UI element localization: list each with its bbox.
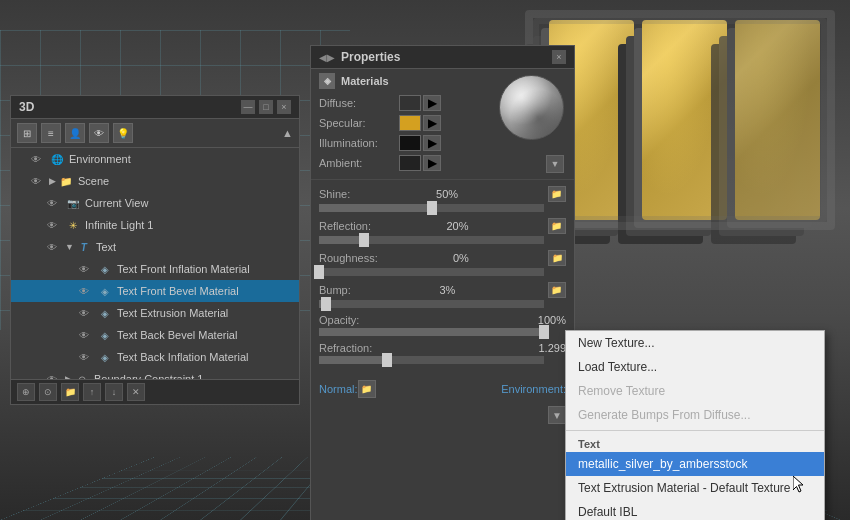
toolbar-light-btn[interactable]: 💡 — [113, 123, 133, 143]
toolbar-eye-btn[interactable]: 👁 — [89, 123, 109, 143]
panel-3d-toolbar: ⊞ ≡ 👤 👁 💡 ▲ — [11, 119, 299, 148]
3d-text-objects — [549, 20, 820, 220]
opacity-slider[interactable] — [319, 328, 544, 336]
shine-slider[interactable] — [319, 204, 544, 212]
refraction-label: Refraction: — [319, 342, 372, 354]
shine-row: Shine: 50% 📁 — [319, 186, 566, 212]
ctx-load-texture[interactable]: Load Texture... — [566, 355, 824, 379]
ctx-new-texture[interactable]: New Texture... — [566, 331, 824, 355]
ctx-text-extrusion[interactable]: Text Extrusion Material - Default Textur… — [566, 476, 824, 500]
tree-item-environment[interactable]: 👁 🌐 Environment — [11, 148, 299, 170]
shine-value: 50% — [436, 188, 458, 200]
add-btn[interactable]: ⊕ — [17, 383, 35, 401]
ctx-divider-1 — [566, 430, 824, 431]
ctx-metallic-silver[interactable]: metallic_silver_by_ambersstock — [566, 452, 824, 476]
props-scroll-btn[interactable]: ▼ — [548, 406, 566, 424]
expand-icon-text[interactable]: ▼ — [65, 242, 74, 252]
bump-value: 3% — [439, 284, 455, 296]
eye-icon-bb[interactable]: 👁 — [79, 330, 93, 341]
tree-item-front-inflation[interactable]: 👁 ◈ Text Front Inflation Material — [11, 258, 299, 280]
back-bevel-label: Text Back Bevel Material — [117, 329, 237, 341]
diffuse-swatch[interactable] — [399, 95, 421, 111]
eye-icon-fb[interactable]: 👁 — [79, 286, 93, 297]
specular-swatch[interactable] — [399, 115, 421, 131]
text-label: Text — [96, 241, 116, 253]
eye-icon-ex[interactable]: 👁 — [79, 308, 93, 319]
panel-3d-collapse[interactable]: — — [241, 100, 255, 114]
panel-3d-close[interactable]: × — [277, 100, 291, 114]
tree-item-scene[interactable]: 👁 ▶ 📁 Scene — [11, 170, 299, 192]
tree-item-extrusion[interactable]: 👁 ◈ Text Extrusion Material — [11, 302, 299, 324]
material-icon-bb: ◈ — [97, 327, 113, 343]
tree-item-current-view[interactable]: 👁 📷 Current View — [11, 192, 299, 214]
props-scroll-area: ▼ — [311, 402, 574, 428]
tree-item-infinite-light[interactable]: 👁 ✳ Infinite Light 1 — [11, 214, 299, 236]
refraction-slider[interactable] — [319, 356, 544, 364]
delete-btn[interactable]: ✕ — [127, 383, 145, 401]
reflection-row: Reflection: 20% 📁 — [319, 218, 566, 244]
scene-label: Scene — [78, 175, 109, 187]
infinite-light-label: Infinite Light 1 — [85, 219, 154, 231]
props-close[interactable]: × — [552, 50, 566, 64]
roughness-slider[interactable] — [319, 268, 544, 276]
material-preview-sphere[interactable] — [499, 75, 564, 140]
reflection-folder-btn[interactable]: 📁 — [548, 218, 566, 234]
sphere-dropdown-btn[interactable]: ▼ — [546, 155, 564, 173]
bump-slider[interactable] — [319, 300, 544, 308]
roughness-folder-btn[interactable]: 📁 — [548, 250, 566, 266]
refraction-value: 1.299 — [538, 342, 566, 354]
roughness-label: Roughness: — [319, 252, 378, 264]
eye-icon-text[interactable]: 👁 — [47, 242, 61, 253]
tree-panel: 👁 🌐 Environment 👁 ▶ 📁 Scene 👁 📷 Current … — [11, 148, 299, 396]
toolbar-people-btn[interactable]: 👤 — [65, 123, 85, 143]
expand-icon-scene[interactable]: ▶ — [49, 176, 56, 186]
eye-icon-env[interactable]: 👁 — [31, 154, 45, 165]
ambient-label: Ambient: — [319, 157, 399, 169]
illumination-swatch[interactable] — [399, 135, 421, 151]
normal-label: Normal: — [319, 383, 358, 395]
front-inflation-label: Text Front Inflation Material — [117, 263, 250, 275]
specular-btn[interactable]: ▶ — [423, 115, 441, 131]
up-btn[interactable]: ↑ — [83, 383, 101, 401]
reflection-slider[interactable] — [319, 236, 544, 244]
roughness-row: Roughness: 0% 📁 — [319, 250, 566, 276]
ambient-btn[interactable]: ▶ — [423, 155, 441, 171]
reflection-label: Reflection: — [319, 220, 371, 232]
toolbar-grid-btn[interactable]: ⊞ — [17, 123, 37, 143]
eye-icon-bi[interactable]: 👁 — [79, 352, 93, 363]
tree-item-back-inflation[interactable]: 👁 ◈ Text Back Inflation Material — [11, 346, 299, 368]
camera-icon: 📷 — [65, 195, 81, 211]
diffuse-btn[interactable]: ▶ — [423, 95, 441, 111]
toolbar-list-btn[interactable]: ≡ — [41, 123, 61, 143]
normal-btn[interactable]: 📁 — [358, 380, 376, 398]
eye-icon-light[interactable]: 👁 — [47, 220, 61, 231]
bump-row: Bump: 3% 📁 — [319, 282, 566, 308]
ctx-section-text: Text — [566, 434, 824, 452]
bump-folder-btn[interactable]: 📁 — [548, 282, 566, 298]
normal-env-row: Normal: 📁 Environment: — [311, 376, 574, 402]
tree-item-back-bevel[interactable]: 👁 ◈ Text Back Bevel Material — [11, 324, 299, 346]
materials-section: ◈ Materials ▼ Diffuse: ▶ Specular: ▶ Ill… — [311, 69, 574, 180]
shine-label: Shine: — [319, 188, 350, 200]
folder-btn[interactable]: 📁 — [61, 383, 79, 401]
shine-folder-btn[interactable]: 📁 — [548, 186, 566, 202]
down-btn[interactable]: ↓ — [105, 383, 123, 401]
tree-item-text[interactable]: 👁 ▼ T Text — [11, 236, 299, 258]
properties-titlebar: ◀▶ Properties × — [311, 46, 574, 69]
refraction-row: Refraction: 1.299 — [319, 342, 566, 364]
ctx-default-ibl[interactable]: Default IBL — [566, 500, 824, 520]
panel-3d-expand[interactable]: □ — [259, 100, 273, 114]
eye-icon-fi[interactable]: 👁 — [79, 264, 93, 275]
props-collapse-arrows[interactable]: ◀▶ — [319, 52, 335, 63]
eye-icon-scene[interactable]: 👁 — [31, 176, 45, 187]
illumination-btn[interactable]: ▶ — [423, 135, 441, 151]
ctx-remove-texture: Remove Texture — [566, 379, 824, 403]
illumination-label: Illumination: — [319, 137, 399, 149]
panel-3d-bottom-toolbar: ⊕ ⊙ 📁 ↑ ↓ ✕ — [11, 379, 299, 404]
diffuse-label: Diffuse: — [319, 97, 399, 109]
ambient-swatch[interactable] — [399, 155, 421, 171]
eye-icon-view[interactable]: 👁 — [47, 198, 61, 209]
sphere-btn[interactable]: ⊙ — [39, 383, 57, 401]
environment-label: Environment: — [501, 383, 566, 395]
tree-item-front-bevel[interactable]: 👁 ◈ Text Front Bevel Material — [11, 280, 299, 302]
